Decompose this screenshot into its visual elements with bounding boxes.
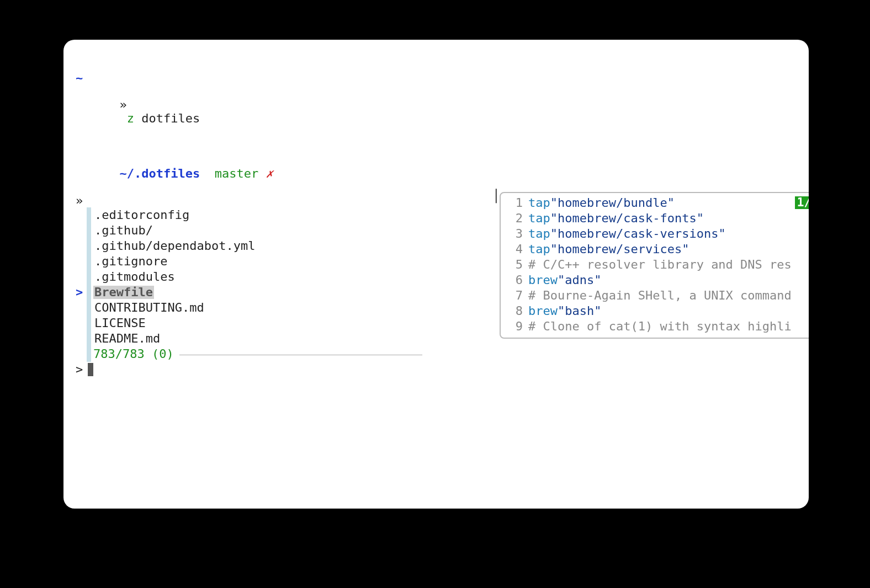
- prompt-arrow: »: [76, 194, 83, 207]
- prompt-block-1: ~ » z dotfiles: [76, 72, 799, 138]
- line-content: # Bourne-Again SHell, a UNIX command: [528, 289, 792, 302]
- file-name: .gitmodules: [93, 270, 176, 284]
- row-gutter: [87, 223, 91, 238]
- row-gutter: [87, 207, 91, 223]
- fzf-query-marker: >: [76, 363, 87, 376]
- terminal-window[interactable]: ~ » z dotfiles ~/.dotfiles master ✗ » .e…: [63, 40, 809, 509]
- line-number: 9: [505, 320, 523, 333]
- preview-pane[interactable]: 1/100 │ 1tap "homebrew/bundle"2tap "home…: [500, 192, 809, 339]
- preview-scroll-marker: │: [492, 190, 500, 203]
- line-number: 8: [505, 304, 523, 318]
- keyword: brew: [528, 304, 558, 318]
- file-name: .gitignore: [93, 255, 168, 268]
- line-content: # C/C++ resolver library and DNS res: [528, 258, 792, 271]
- keyword: tap: [528, 212, 550, 225]
- string-literal: "homebrew/services": [550, 243, 689, 256]
- string-literal: "adns": [558, 274, 601, 287]
- preview-line: 5# C/C++ resolver library and DNS res: [505, 257, 809, 272]
- line-number: 3: [505, 227, 523, 240]
- line-number: 1: [505, 196, 523, 210]
- string-literal: "homebrew/bundle": [550, 196, 675, 210]
- row-gutter: [87, 254, 91, 269]
- preview-line: 3tap "homebrew/cask-versions": [505, 226, 809, 242]
- string-literal: "bash": [558, 304, 601, 318]
- string-literal: "homebrew/cask-fonts": [550, 212, 704, 225]
- cmd-util: z: [127, 111, 134, 125]
- row-gutter: [87, 331, 91, 346]
- row-gutter: [87, 285, 91, 300]
- keyword: tap: [528, 227, 550, 240]
- row-gutter: [87, 238, 91, 254]
- fzf-query-row[interactable]: >: [76, 362, 799, 377]
- prompt-arrow: »: [119, 98, 126, 111]
- keyword: tap: [528, 196, 550, 210]
- row-gutter: [87, 316, 91, 331]
- line-content: # Clone of cat(1) with syntax highli: [528, 320, 792, 333]
- text-cursor: [88, 363, 93, 376]
- keyword: tap: [528, 243, 550, 256]
- file-name: .github/dependabot.yml: [93, 239, 256, 253]
- file-name: LICENSE: [93, 317, 147, 330]
- preview-line: 6brew "adns": [505, 272, 809, 288]
- line-number: 5: [505, 258, 523, 271]
- string-literal: "homebrew/cask-versions": [550, 227, 726, 240]
- line-number: 7: [505, 289, 523, 302]
- cwd-home: ~: [76, 71, 83, 85]
- preview-position-badge: 1/100: [795, 196, 809, 209]
- preview-line: 7# Bourne-Again SHell, a UNIX command: [505, 288, 809, 303]
- preview-line: 8brew "bash": [505, 303, 809, 319]
- fzf-counter-row: 783/783 (0): [76, 346, 799, 362]
- preview-line: 2tap "homebrew/cask-fonts": [505, 211, 809, 226]
- cmd-arg: dotfiles: [141, 111, 200, 125]
- pointer-icon: >: [76, 286, 87, 299]
- line-number: 4: [505, 243, 523, 256]
- row-gutter: [87, 300, 91, 316]
- file-name: CONTRIBUTING.md: [93, 301, 205, 314]
- preview-line: 9# Clone of cat(1) with syntax highli: [505, 319, 809, 334]
- preview-line: 4tap "homebrew/services": [505, 242, 809, 257]
- preview-line: 1tap "homebrew/bundle": [505, 195, 809, 211]
- file-name: README.md: [93, 332, 161, 345]
- fzf-counter: 783/783 (0): [93, 348, 174, 361]
- line-number: 2: [505, 212, 523, 225]
- line-number: 6: [505, 274, 523, 287]
- cwd-path: ~/.dotfiles: [119, 167, 200, 180]
- fzf-divider: [179, 355, 422, 355]
- git-branch: master: [215, 167, 258, 180]
- row-gutter: [87, 269, 91, 285]
- git-dirty-icon: ✗: [266, 167, 273, 180]
- file-name: .editorconfig: [93, 209, 190, 222]
- keyword: brew: [528, 274, 558, 287]
- file-name: .github/: [93, 224, 154, 237]
- file-name: Brewfile: [93, 286, 154, 299]
